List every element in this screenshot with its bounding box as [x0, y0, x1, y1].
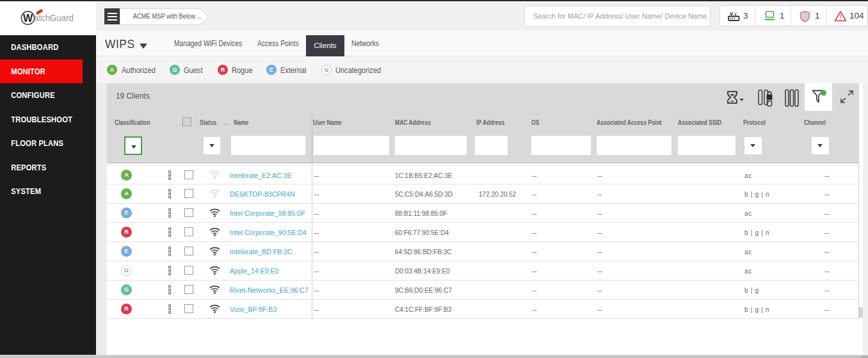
svg-text:atchGuard: atchGuard — [34, 12, 74, 23]
svg-text:W: W — [23, 13, 33, 24]
